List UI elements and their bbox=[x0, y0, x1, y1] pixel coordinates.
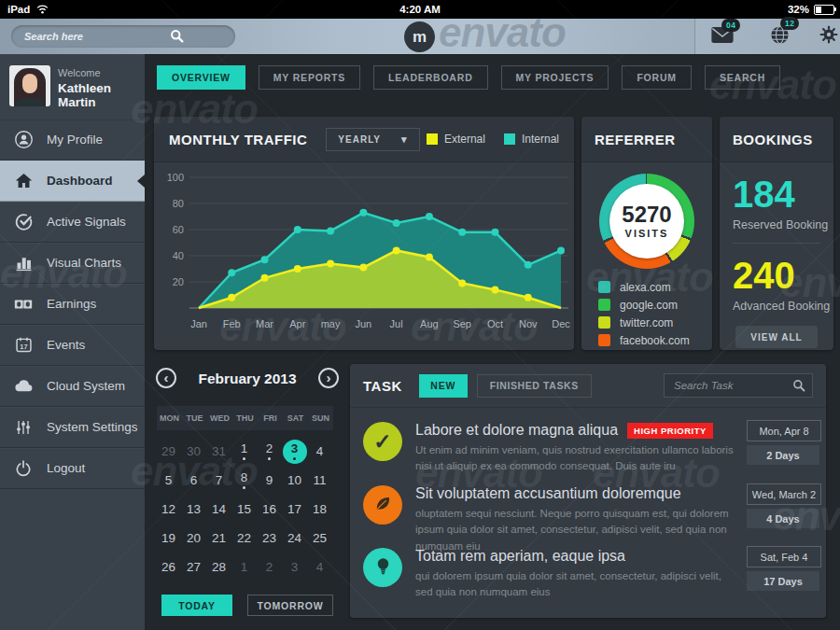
day-number: 10 bbox=[287, 474, 301, 487]
app-logo[interactable]: m bbox=[404, 21, 435, 52]
day-number: 16 bbox=[262, 503, 276, 516]
calendar-day[interactable]: 9 bbox=[257, 466, 282, 495]
legend-item-external: External bbox=[427, 133, 485, 146]
calendar-day[interactable]: 6 bbox=[181, 466, 206, 495]
today-button[interactable]: TODAY bbox=[161, 595, 232, 616]
calendar-day[interactable]: 19 bbox=[156, 524, 181, 553]
calendar-day[interactable]: 22 bbox=[231, 524, 257, 553]
task-search-icon[interactable] bbox=[792, 379, 805, 396]
calendar-icon: 17 bbox=[0, 335, 47, 355]
task-date-chip: Sat, Feb 4 bbox=[747, 546, 821, 567]
calendar-day[interactable]: 29 bbox=[156, 437, 181, 466]
calendar-day[interactable]: 31 bbox=[206, 437, 231, 466]
user-card: Welcome Kathleen Martin bbox=[0, 54, 145, 120]
calendar-day[interactable]: 4 bbox=[307, 437, 332, 466]
finished-tasks-button[interactable]: FINISHED TASKS bbox=[477, 374, 592, 398]
sidebar-item-logout[interactable]: Logout bbox=[0, 448, 145, 489]
calendar-day[interactable]: 23 bbox=[257, 524, 282, 553]
calendar-day[interactable]: 30 bbox=[181, 437, 206, 466]
tab-overview[interactable]: OVERVIEW bbox=[157, 65, 245, 90]
calendar-day[interactable]: 16 bbox=[257, 495, 282, 524]
calendar-day[interactable]: 15 bbox=[231, 495, 257, 524]
legend-label: google.com bbox=[620, 299, 678, 312]
calendar-day[interactable]: 10 bbox=[282, 466, 307, 495]
sidebar-item-events[interactable]: 17Events bbox=[0, 325, 145, 366]
calendar-day[interactable]: 8 bbox=[231, 466, 257, 495]
calendar-day[interactable]: 20 bbox=[181, 524, 206, 553]
day-number: 13 bbox=[187, 503, 201, 516]
day-number: 6 bbox=[190, 474, 198, 487]
sidebar-item-my-profile[interactable]: My Profile bbox=[0, 119, 145, 161]
view-all-button[interactable]: VIEW ALL bbox=[735, 326, 818, 348]
calendar-day[interactable]: 25 bbox=[307, 524, 332, 553]
svg-text:Mar: Mar bbox=[256, 318, 273, 329]
period-dropdown[interactable]: YEARLY ▾ bbox=[326, 128, 419, 151]
search-icon[interactable] bbox=[170, 29, 184, 47]
svg-text:17: 17 bbox=[20, 343, 27, 351]
calendar-day[interactable]: 5 bbox=[156, 466, 181, 495]
tomorrow-button[interactable]: TOMORROW bbox=[247, 595, 333, 616]
referrer-legend-item-google-com: google.com bbox=[598, 296, 712, 314]
calendar-day[interactable]: 18 bbox=[307, 495, 332, 524]
calendar-day[interactable]: 3 bbox=[282, 553, 307, 581]
sidebar-item-system-settings[interactable]: System Settings bbox=[0, 407, 145, 448]
calendar-day[interactable]: 4 bbox=[307, 553, 332, 581]
leaf-icon bbox=[372, 493, 394, 518]
check-icon: ✓ bbox=[373, 431, 391, 453]
calendar-day[interactable]: 1 bbox=[231, 553, 257, 581]
svg-text:100: 100 bbox=[167, 172, 184, 183]
sidebar-item-dashboard[interactable]: Dashboard bbox=[0, 161, 145, 202]
calendar-day[interactable]: 17 bbox=[282, 495, 307, 524]
tab-my-reports[interactable]: MY REPORTS bbox=[259, 65, 360, 90]
svg-text:60: 60 bbox=[173, 224, 184, 235]
day-number: 18 bbox=[313, 503, 327, 516]
referrer-title: REFERRER bbox=[595, 132, 676, 147]
tab-leaderboard[interactable]: LEADERBOARD bbox=[373, 65, 487, 90]
search-input[interactable] bbox=[11, 25, 235, 48]
day-number: 7 bbox=[216, 474, 223, 487]
calendar-day[interactable]: 7 bbox=[206, 466, 231, 495]
battery-icon bbox=[814, 5, 834, 15]
calendar-day[interactable]: 24 bbox=[282, 524, 307, 553]
calendar-day[interactable]: 26 bbox=[156, 553, 181, 581]
task-row[interactable]: Totam rem aperiam, eaque ipsaqui dolorem… bbox=[350, 546, 826, 604]
avatar bbox=[9, 65, 50, 106]
calendar-prev-button[interactable]: ‹ bbox=[156, 368, 176, 388]
tab-search[interactable]: SEARCH bbox=[705, 65, 780, 90]
legend-label: Internal bbox=[522, 133, 559, 146]
mail-icon[interactable]: 04 bbox=[710, 26, 735, 48]
legend-swatch bbox=[504, 133, 515, 145]
calendar-day[interactable]: 27 bbox=[181, 553, 206, 581]
bookings-panel: BOOKINGS 184 Reserved Booking 240 Advanc… bbox=[720, 117, 833, 350]
calendar-day[interactable]: 13 bbox=[181, 495, 206, 524]
tab-forum[interactable]: FORUM bbox=[622, 65, 692, 90]
calendar-next-button[interactable]: › bbox=[318, 368, 339, 388]
gear-icon[interactable] bbox=[819, 24, 839, 49]
status-bar: iPad 4:20 AM 32% bbox=[0, 0, 840, 19]
calendar-day[interactable]: 14 bbox=[206, 495, 231, 524]
calendar-day[interactable]: 1 bbox=[231, 437, 257, 466]
calendar-day[interactable]: 21 bbox=[206, 524, 231, 553]
legend-swatch bbox=[598, 281, 610, 293]
task-row[interactable]: ✓Labore et dolore magna aliquaHIGH PRIOR… bbox=[350, 420, 826, 478]
calendar-day[interactable]: 12 bbox=[156, 495, 181, 524]
task-row[interactable]: Sit voluptatem accusantium doloremqueolu… bbox=[350, 483, 826, 541]
calendar-day[interactable]: 11 bbox=[307, 466, 332, 495]
calendar-day[interactable]: 2 bbox=[257, 553, 282, 581]
task-date-chip: Mon, Apr 8 bbox=[747, 420, 821, 441]
calendar-day[interactable]: 2 bbox=[257, 437, 282, 466]
task-search-input[interactable] bbox=[664, 373, 813, 398]
sidebar-item-cloud-system[interactable]: Cloud System bbox=[0, 366, 145, 407]
day-number: 23 bbox=[262, 532, 276, 545]
sidebar-item-label: Events bbox=[47, 338, 85, 352]
calendar-day[interactable]: 28 bbox=[206, 553, 231, 581]
new-task-button[interactable]: NEW bbox=[419, 374, 468, 398]
calendar-day-selected[interactable]: 3 bbox=[282, 437, 307, 466]
globe-icon[interactable]: 12 bbox=[769, 24, 791, 49]
bar-chart-icon bbox=[0, 253, 47, 273]
sidebar-item-earnings[interactable]: Earnings bbox=[0, 284, 145, 325]
tab-my-projects[interactable]: MY PROJECTS bbox=[501, 65, 609, 90]
sidebar-item-visual-charts[interactable]: Visual Charts bbox=[0, 243, 145, 284]
calendar-title: February 2013 bbox=[154, 366, 341, 392]
sidebar-item-active-signals[interactable]: Active Signals bbox=[0, 202, 145, 243]
